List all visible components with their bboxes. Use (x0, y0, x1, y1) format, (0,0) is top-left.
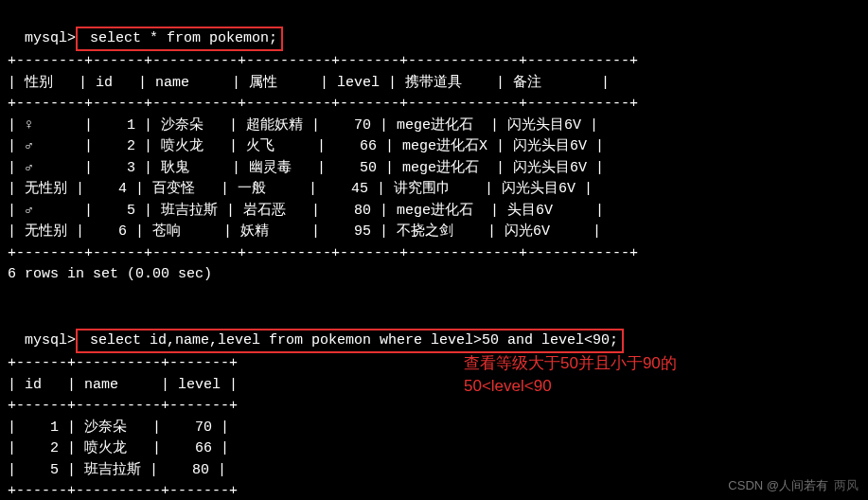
table1-header-border: +--------+------+----------+----------+-… (8, 94, 860, 116)
annotation-line-2: 50<level<90 (464, 375, 677, 398)
table-row: | 1 | 沙奈朵 | 70 | (8, 418, 860, 439)
table-row: | 无性别 | 6 | 苍响 | 妖精 | 95 | 不挠之剑 | 闪光6V | (8, 222, 860, 243)
blank-line (8, 286, 860, 308)
watermark-faded: 两风 (834, 478, 859, 492)
annotation-text: 查看等级大于50并且小于90的 50<level<90 (464, 352, 677, 398)
table-row: | 无性别 | 4 | 百变怪 | 一般 | 45 | 讲究围巾 | 闪光头目6… (8, 179, 860, 201)
annotation-line-1: 查看等级大于50并且小于90的 (464, 352, 677, 375)
table-row: | ♂ | 3 | 耿鬼 | 幽灵毒 | 50 | mege进化石 | 闪光头目… (8, 158, 860, 180)
table1-bottom-border: +--------+------+----------+----------+-… (8, 243, 860, 265)
table2-header-border: +------+----------+-------+ (8, 396, 860, 418)
mysql-prompt: mysql> (25, 332, 76, 348)
table1-header: | 性别 | id | name | 属性 | level | 携带道具 | 备… (8, 73, 860, 95)
query-text-2: select id,name,level from pokemon where … (81, 332, 618, 348)
mysql-prompt: mysql> (25, 30, 76, 46)
query-box-2: select id,name,level from pokemon where … (76, 329, 624, 354)
watermark-main: CSDN @人间若有 (728, 478, 828, 492)
table-row: | 2 | 喷火龙 | 66 | (8, 438, 860, 460)
command-line-2: mysql> select id,name,level from pokemon… (8, 307, 860, 353)
query-text-1: select * from pokemon; (81, 30, 277, 46)
table2-header: | id | name | level | (8, 375, 860, 397)
watermark: CSDN @人间若有两风 (728, 476, 859, 495)
table1-top-border: +--------+------+----------+----------+-… (8, 51, 860, 73)
table-row: | ♂ | 5 | 班吉拉斯 | 岩石恶 | 80 | mege进化石 | 头目… (8, 201, 860, 223)
status-1: 6 rows in set (0.00 sec) (8, 264, 860, 286)
table-row: | ♂ | 2 | 喷火龙 | 火飞 | 66 | mege进化石X | 闪光头… (8, 136, 860, 158)
table-row: | ♀ | 1 | 沙奈朵 | 超能妖精 | 70 | mege进化石 | 闪光… (8, 116, 860, 137)
query-box-1: select * from pokemon; (76, 27, 283, 52)
table2-top-border: +------+----------+-------+ (8, 353, 860, 375)
command-line-1: mysql> select * from pokemon; (8, 5, 860, 51)
